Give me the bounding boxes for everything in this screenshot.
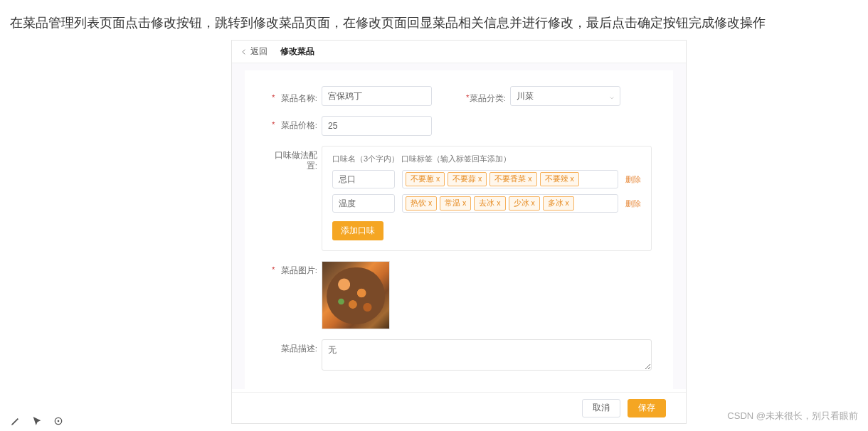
chevron-down-icon: ⌵ — [610, 92, 614, 100]
flavor-tag[interactable]: 不要蒜 x — [448, 172, 487, 186]
dish-desc-textarea[interactable]: 无 — [322, 339, 652, 371]
back-label: 返回 — [250, 46, 268, 58]
cursor-icon[interactable] — [31, 415, 43, 427]
page-toolbar — [10, 415, 64, 427]
flavor-header: 口味名（3个字内） 口味标签（输入标签回车添加） — [332, 154, 641, 164]
svg-point-1 — [58, 420, 60, 422]
edit-dish-panel: 返回 修改菜品 菜品名称: 菜品分类: 川菜 ⌵ 菜品价格: 口味做法配置: — [231, 40, 687, 424]
panel-header: 返回 修改菜品 — [232, 41, 686, 63]
flavor-name-header: 口味名（3个字内） — [332, 154, 399, 163]
save-button[interactable]: 保存 — [628, 399, 666, 417]
intro-paragraph: 在菜品管理列表页面点击修改按钮，跳转到修改菜品页面，在修改页面回显菜品相关信息并… — [0, 0, 868, 36]
flavor-tag[interactable]: 不要辣 x — [540, 172, 579, 186]
flavor-tag[interactable]: 去冰 x — [474, 196, 505, 211]
flavor-tag[interactable]: 常温 x — [440, 196, 471, 211]
flavor-tag[interactable]: 热饮 x — [406, 196, 437, 211]
pencil-icon[interactable] — [10, 415, 21, 427]
page-title: 修改菜品 — [280, 46, 314, 58]
back-button[interactable]: 返回 — [240, 46, 268, 58]
footer-bar: 取消 保存 — [232, 392, 686, 423]
dish-desc-label: 菜品描述: — [266, 339, 322, 354]
dish-image-upload[interactable] — [322, 261, 390, 329]
dish-category-value: 川菜 — [517, 90, 534, 102]
add-flavor-button[interactable]: 添加口味 — [332, 221, 383, 240]
flavor-config-label: 口味做法配置: — [266, 146, 322, 171]
flavor-tag[interactable]: 不要香菜 x — [489, 172, 536, 186]
flavor-delete-link[interactable]: 删除 — [625, 198, 641, 209]
flavor-tag[interactable]: 多冰 x — [543, 196, 574, 211]
dish-name-label: 菜品名称: — [266, 89, 322, 104]
flavor-tag-area[interactable]: 不要葱 x 不要蒜 x 不要香菜 x 不要辣 x — [402, 170, 618, 188]
flavor-tag-area[interactable]: 热饮 x 常温 x 去冰 x 少冰 x 多冰 x — [402, 194, 618, 213]
dish-name-input[interactable] — [322, 86, 432, 106]
dish-price-input[interactable] — [322, 116, 432, 136]
flavor-row: 不要葱 x 不要蒜 x 不要香菜 x 不要辣 x 删除 — [332, 170, 641, 188]
dish-category-select[interactable]: 川菜 ⌵ — [510, 86, 620, 106]
flavor-tag[interactable]: 少冰 x — [509, 196, 540, 211]
flavor-name-input[interactable] — [332, 170, 395, 188]
watermark: CSDN @未来很长，别只看眼前 — [727, 410, 858, 422]
dish-category-label: 菜品分类: — [460, 89, 510, 104]
flavor-tags-header: 口味标签（输入标签回车添加） — [401, 154, 511, 163]
circle-dot-icon[interactable] — [53, 415, 64, 427]
flavor-row: 热饮 x 常温 x 去冰 x 少冰 x 多冰 x 删除 — [332, 194, 641, 213]
panel-body: 菜品名称: 菜品分类: 川菜 ⌵ 菜品价格: 口味做法配置: 口味名（3个字内）… — [232, 63, 686, 389]
flavor-name-input[interactable] — [332, 194, 395, 213]
dish-image-label: 菜品图片: — [266, 261, 322, 276]
flavor-config-box: 口味名（3个字内） 口味标签（输入标签回车添加） 不要葱 x 不要蒜 x 不要香… — [322, 146, 652, 251]
cancel-button[interactable]: 取消 — [582, 399, 620, 417]
flavor-tag[interactable]: 不要葱 x — [406, 172, 445, 186]
arrow-left-icon — [240, 48, 248, 55]
flavor-delete-link[interactable]: 删除 — [625, 174, 641, 185]
dish-price-label: 菜品价格: — [266, 116, 322, 131]
